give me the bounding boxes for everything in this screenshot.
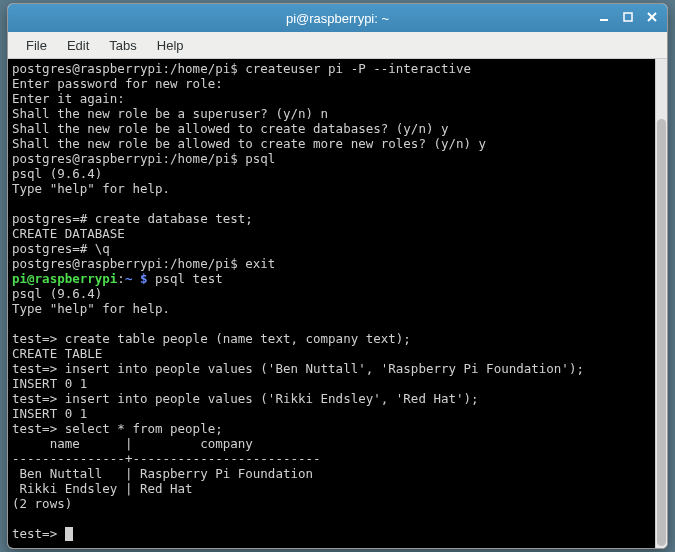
line: postgres@raspberrypi:/home/pi$: [12, 256, 245, 271]
line: Rikki Endsley | Red Hat: [12, 481, 193, 496]
line: test=> insert into people values ('Ben N…: [12, 361, 584, 376]
line: psql (9.6.4): [12, 166, 102, 181]
close-icon: [647, 12, 657, 22]
maximize-button[interactable]: [617, 7, 639, 27]
menu-edit[interactable]: Edit: [57, 35, 99, 56]
menu-help[interactable]: Help: [147, 35, 194, 56]
line: Shall the new role be a superuser? (y/n)…: [12, 106, 328, 121]
window-title: pi@raspberrypi: ~: [8, 11, 667, 26]
line: Shall the new role be allowed to create …: [12, 136, 486, 151]
terminal-window: pi@raspberrypi: ~ File Edit Tabs Help po…: [7, 3, 668, 549]
minimize-icon: [599, 12, 609, 22]
prompt-user: pi@raspberrypi: [12, 271, 117, 286]
line: psql (9.6.4): [12, 286, 102, 301]
terminal-area: postgres@raspberrypi:/home/pi$ createuse…: [8, 59, 667, 548]
line: test=> create table people (name text, c…: [12, 331, 411, 346]
prompt-path: ~ $: [125, 271, 148, 286]
line: postgres@raspberrypi:/home/pi$: [12, 151, 245, 166]
window-controls: [593, 7, 663, 27]
menubar: File Edit Tabs Help: [8, 32, 667, 59]
line: Ben Nuttall | Raspberry Pi Foundation: [12, 466, 313, 481]
line: exit: [245, 256, 275, 271]
terminal-output[interactable]: postgres@raspberrypi:/home/pi$ createuse…: [8, 59, 655, 548]
line: psql test: [147, 271, 222, 286]
line: test=> select * from people;: [12, 421, 223, 436]
line: test=>: [12, 526, 65, 541]
line: INSERT 0 1: [12, 406, 87, 421]
line: postgres@raspberrypi:/home/pi$: [12, 61, 245, 76]
scrollbar-thumb[interactable]: [657, 119, 666, 546]
line: psql: [245, 151, 275, 166]
menu-tabs[interactable]: Tabs: [99, 35, 146, 56]
line: CREATE TABLE: [12, 346, 102, 361]
scrollbar[interactable]: [655, 59, 667, 548]
line: INSERT 0 1: [12, 376, 87, 391]
line: test=> insert into people values ('Rikki…: [12, 391, 479, 406]
line: postgres=# create database test;: [12, 211, 253, 226]
line: Type "help" for help.: [12, 181, 170, 196]
line: :: [117, 271, 125, 286]
menu-file[interactable]: File: [16, 35, 57, 56]
line: (2 rows): [12, 496, 72, 511]
line: createuser pi -P --interactive: [245, 61, 471, 76]
close-button[interactable]: [641, 7, 663, 27]
svg-rect-1: [624, 13, 632, 21]
titlebar: pi@raspberrypi: ~: [8, 4, 667, 32]
cursor: [65, 527, 73, 541]
maximize-icon: [623, 12, 633, 22]
line: CREATE DATABASE: [12, 226, 125, 241]
line: Type "help" for help.: [12, 301, 170, 316]
line: ---------------+------------------------…: [12, 451, 321, 466]
line: postgres=# \q: [12, 241, 110, 256]
line: Enter it again:: [12, 91, 125, 106]
minimize-button[interactable]: [593, 7, 615, 27]
line: Enter password for new role:: [12, 76, 223, 91]
line: name | company: [12, 436, 253, 451]
line: Shall the new role be allowed to create …: [12, 121, 449, 136]
